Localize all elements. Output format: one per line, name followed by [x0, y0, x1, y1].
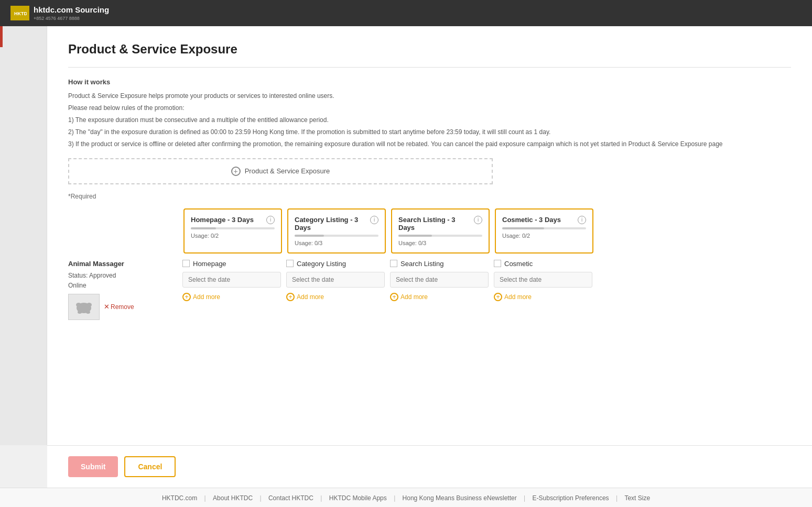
page-title: Product & Service Exposure — [68, 42, 791, 57]
plus-circle-icon: + — [231, 167, 241, 176]
card-homepage-progress-fill — [191, 227, 216, 229]
slot-category-date-input[interactable] — [286, 272, 385, 288]
card-category-progress-bg — [295, 235, 378, 237]
info-line-5: 3) If the product or service is offline … — [68, 139, 791, 149]
card-search-info-icon[interactable]: i — [474, 216, 482, 224]
svg-point-6 — [86, 311, 90, 314]
add-more-label-3: Add more — [400, 293, 428, 301]
card-cosmetic-progress-bg — [502, 227, 586, 229]
slot-cosmetic-checkbox-row: Cosmetic — [494, 260, 592, 268]
footer-link-contact[interactable]: Contact HKTDC — [268, 494, 313, 502]
remove-x-icon: ✕ — [104, 303, 110, 311]
card-cosmetic: Cosmetic - 3 Days i Usage: 0/2 — [495, 208, 593, 253]
svg-point-5 — [78, 311, 82, 314]
card-cosmetic-progress-fill — [502, 227, 544, 229]
slot-homepage-checkbox[interactable] — [182, 260, 190, 267]
svg-point-3 — [76, 303, 81, 307]
card-cosmetic-info-icon[interactable]: i — [578, 216, 586, 224]
card-homepage-title: Homepage - 3 Days — [191, 216, 266, 224]
slot-category: Category Listing + Add more — [286, 260, 385, 302]
slot-category-checkbox[interactable] — [286, 260, 294, 267]
slot-search-checkbox[interactable] — [390, 260, 397, 267]
slot-cosmetic-label: Cosmetic — [504, 260, 533, 268]
slot-homepage-label: Homepage — [193, 260, 226, 268]
sidebar — [0, 26, 47, 445]
info-line-1: Product & Service Exposure helps promote… — [68, 91, 791, 101]
footer-link-hkmb[interactable]: Hong Kong Means Business eNewsletter — [403, 494, 517, 502]
slot-homepage-date-input[interactable] — [182, 272, 281, 288]
cards-header-row: Homepage - 3 Days i Usage: 0/2 Category … — [183, 208, 791, 253]
slot-cosmetic: Cosmetic + Add more — [494, 260, 592, 302]
add-more-circle-icon-2: + — [286, 293, 295, 301]
footer-link-esubscription[interactable]: E-Subscription Preferences — [533, 494, 609, 502]
add-more-circle-icon-3: + — [390, 293, 398, 301]
card-category-usage: Usage: 0/3 — [295, 240, 378, 246]
card-category-header: Category Listing - 3 Days i — [295, 216, 378, 232]
slot-category-label: Category Listing — [297, 260, 346, 268]
remove-label: Remove — [111, 303, 134, 311]
slot-homepage: Homepage + Add more — [182, 260, 281, 302]
site-header: HKTDC hktdc.com Sourcing +852 4576 4677 … — [0, 0, 812, 26]
card-homepage-header: Homepage - 3 Days i — [191, 216, 275, 224]
slot-category-add-more-button[interactable]: + Add more — [286, 292, 324, 302]
card-category-progress-fill — [295, 235, 324, 237]
card-category-info-icon[interactable]: i — [370, 216, 378, 224]
add-exposure-button[interactable]: + Product & Service Exposure — [68, 158, 493, 184]
svg-text:HKTDC: HKTDC — [14, 11, 27, 16]
card-homepage-info-icon[interactable]: i — [266, 216, 275, 224]
slot-search-date-input[interactable] — [390, 272, 489, 288]
card-cosmetic-usage: Usage: 0/2 — [502, 233, 586, 239]
svg-point-4 — [86, 303, 92, 307]
footer-link-mobile[interactable]: HKTDC Mobile Apps — [329, 494, 387, 502]
card-homepage: Homepage - 3 Days i Usage: 0/2 — [183, 208, 282, 253]
status-label: Status: — [68, 272, 88, 279]
card-search-progress-bg — [398, 235, 482, 237]
product-name: Animal Massager — [68, 260, 177, 268]
main-content: Product & Service Exposure How it works … — [47, 26, 812, 445]
status-value: Approved — [89, 272, 116, 279]
slot-cosmetic-add-more-button[interactable]: + Add more — [494, 292, 532, 302]
product-image — [68, 294, 100, 320]
card-homepage-progress-bg — [191, 227, 275, 229]
slot-search-label: Search Listing — [400, 260, 443, 268]
add-exposure-label: Product & Service Exposure — [245, 167, 330, 175]
card-search-usage: Usage: 0/3 — [398, 240, 482, 246]
card-search: Search Listing - 3 Days i Usage: 0/3 — [391, 208, 490, 253]
info-line-3: 1) The exposure duration must be consecu… — [68, 115, 791, 125]
slot-cosmetic-date-input[interactable] — [494, 272, 592, 288]
logo-icon: HKTDC — [10, 6, 29, 20]
site-footer: HKTDC.com | About HKTDC | Contact HKTDC … — [0, 488, 812, 507]
footer-buttons: Submit Cancel — [47, 445, 812, 488]
info-line-2: Please read below rules of the promotion… — [68, 103, 791, 113]
product-details: Status: Approved Online — [68, 271, 177, 291]
info-line-4: 2) The "day" in the exposure duration is… — [68, 127, 791, 137]
submit-button[interactable]: Submit — [68, 456, 118, 477]
add-more-label-2: Add more — [297, 293, 324, 301]
add-more-label: Add more — [193, 293, 220, 301]
card-search-header: Search Listing - 3 Days i — [398, 216, 482, 232]
slot-homepage-checkbox-row: Homepage — [182, 260, 281, 268]
sidebar-accent-bar — [0, 26, 3, 47]
card-homepage-usage: Usage: 0/2 — [191, 233, 275, 239]
title-divider — [68, 67, 791, 68]
add-more-circle-icon-4: + — [494, 293, 502, 301]
slot-cosmetic-checkbox[interactable] — [494, 260, 501, 267]
product-info: Animal Massager Status: Approved Online — [68, 260, 177, 320]
slot-search-add-more-button[interactable]: + Add more — [390, 292, 428, 302]
slot-search: Search Listing + Add more — [390, 260, 489, 302]
slot-category-checkbox-row: Category Listing — [286, 260, 385, 268]
cancel-button[interactable]: Cancel — [124, 456, 176, 477]
footer-link-textsize[interactable]: Text Size — [624, 494, 650, 502]
product-row: Animal Massager Status: Approved Online — [68, 260, 791, 320]
logo[interactable]: HKTDC hktdc.com Sourcing +852 4576 4677 … — [10, 4, 109, 22]
card-category: Category Listing - 3 Days i Usage: 0/3 — [287, 208, 386, 253]
card-cosmetic-header: Cosmetic - 3 Days i — [502, 216, 586, 224]
footer-link-about[interactable]: About HKTDC — [213, 494, 253, 502]
logo-text: hktdc.com Sourcing +852 4576 4677 8888 — [34, 4, 109, 22]
card-category-title: Category Listing - 3 Days — [295, 216, 370, 232]
required-label: *Required — [68, 193, 791, 200]
footer-link-hktdc[interactable]: HKTDC.com — [162, 494, 197, 502]
product-image-container: ✕ Remove — [68, 294, 177, 320]
remove-link[interactable]: ✕ Remove — [104, 303, 134, 311]
slot-homepage-add-more-button[interactable]: + Add more — [182, 292, 220, 302]
